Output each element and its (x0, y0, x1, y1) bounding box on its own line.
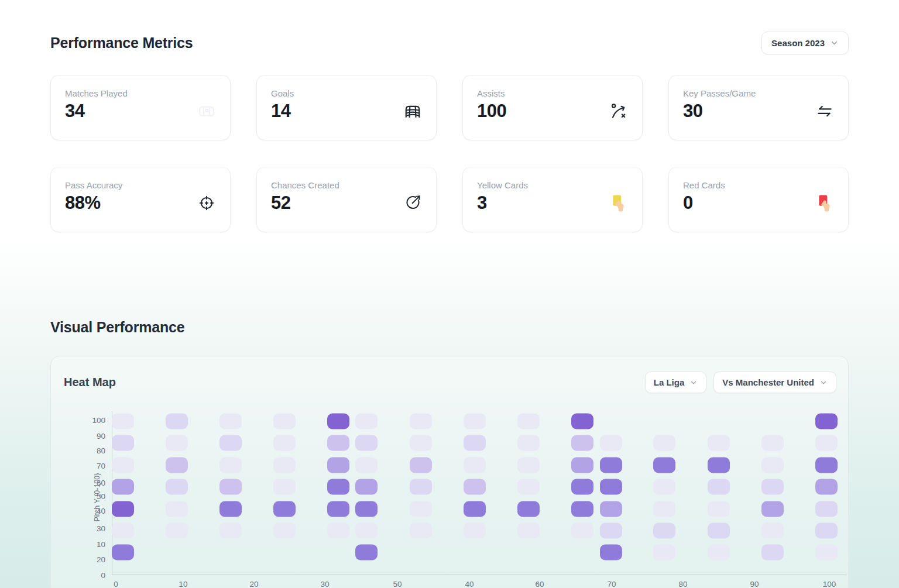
stadium-icon (197, 102, 216, 121)
heatmap-cell (600, 479, 622, 495)
metric-value: 30 (683, 101, 702, 122)
heatmap-cell (761, 435, 784, 451)
season-selector[interactable]: Season 2023 (761, 32, 849, 54)
heatmap-cell (355, 435, 378, 451)
heatmap-cell (327, 458, 349, 473)
heatmap-cell (219, 458, 242, 473)
heatmap-plot: Pitch Y (0-100) 100908070605040301020001… (112, 411, 847, 575)
heatmap-cell (464, 523, 486, 539)
page-title: Performance Metrics (50, 35, 193, 51)
league-filter[interactable]: La Liga (645, 372, 707, 393)
x-tick-label: 10 (179, 580, 187, 588)
heatmap-cell (273, 414, 296, 429)
heatmap-cell (464, 414, 486, 429)
heatmap-cell (571, 458, 593, 473)
heatmap-cell (653, 545, 675, 561)
heatmap-cell (355, 501, 378, 517)
tactics-icon (609, 102, 628, 121)
heatmap-cell (464, 501, 486, 517)
heatmap-cell (355, 414, 378, 429)
heatmap-cell (355, 458, 378, 473)
metric-value: 88% (65, 192, 101, 214)
metric-value: 0 (683, 192, 693, 214)
heatmap-cell (355, 523, 378, 539)
heatmap-cell (815, 479, 838, 495)
heatmap-cell (600, 435, 622, 451)
heatmap-cell (653, 458, 675, 473)
heatmap-cell (112, 545, 134, 561)
heatmap-cell (327, 501, 349, 517)
heatmap-cell (166, 501, 188, 517)
metric-card-chances-created: Chances Created 52 (256, 167, 437, 232)
metric-card-goals: Goals 14 (256, 75, 437, 140)
heatmap-cell (273, 479, 296, 495)
section-heading: Visual Performance (50, 319, 849, 336)
heatmap-cell (166, 479, 188, 495)
metric-card-matches-played: Matches Played 34 (50, 75, 231, 140)
heatmap-cell (600, 545, 622, 561)
x-tick-label: 20 (249, 580, 258, 588)
heatmap-cell (464, 435, 486, 451)
heatmap-cell (410, 458, 432, 473)
heatmap-cell (410, 479, 432, 495)
target-arrow-icon (403, 194, 422, 212)
heatmap-card: Heat Map La Liga Vs Manchester United Pi… (50, 356, 849, 588)
heatmap-cell (571, 479, 593, 495)
metric-card-key-passes: Key Passes/Game 30 (668, 75, 849, 140)
heatmap-cell (273, 501, 296, 517)
heatmap-cell (815, 458, 838, 473)
season-selector-label: Season 2023 (771, 38, 825, 48)
heatmap-cell (761, 501, 784, 517)
heatmap-cell (815, 523, 838, 539)
metric-label: Key Passes/Game (683, 88, 834, 98)
heatmap-cell (761, 545, 784, 561)
metric-label: Matches Played (65, 88, 216, 98)
heatmap-cell (410, 414, 432, 429)
heatmap-cell (219, 435, 242, 451)
opponent-filter[interactable]: Vs Manchester United (713, 372, 836, 393)
heatmap-cell (327, 414, 349, 429)
heatmap-cell (273, 435, 296, 451)
heatmap-cell (219, 479, 242, 495)
y-tick-label: 10 (97, 540, 105, 549)
metric-value: 14 (271, 101, 290, 122)
heatmap-cell (708, 523, 730, 539)
heatmap-cell (166, 458, 188, 473)
heatmap-cell (112, 435, 134, 451)
red-card-icon (815, 194, 834, 212)
x-tick-label: 80 (678, 580, 687, 588)
y-tick-label: 60 (97, 479, 105, 487)
metric-label: Pass Accuracy (65, 180, 216, 190)
heatmap-cell (761, 523, 784, 539)
y-tick-label: 90 (97, 432, 105, 441)
dashboard: Performance Metrics Season 2023 Matches … (0, 0, 899, 588)
heatmap-cell (653, 523, 675, 539)
heatmap-cell (815, 435, 838, 451)
x-tick-label: 100 (823, 580, 836, 588)
heatmap-cell (112, 458, 134, 473)
x-tick-label: 0 (114, 580, 118, 588)
heatmap-cell (571, 414, 593, 429)
yellow-card-icon (609, 194, 628, 212)
heatmap-cell (273, 523, 296, 539)
heatmap-cell (166, 523, 188, 539)
heatmap-cell (327, 523, 349, 539)
heatmap-cell (815, 545, 838, 561)
y-tick-label: 50 (97, 492, 105, 501)
y-tick-label: 20 (97, 555, 105, 564)
heatmap-cell (600, 501, 622, 517)
heatmap-cell (708, 458, 730, 473)
chevron-down-icon (830, 39, 839, 47)
heatmap-cell (653, 501, 675, 517)
heatmap-cell (464, 479, 486, 495)
x-tick-label: 90 (750, 580, 759, 588)
heatmap-cell (571, 501, 593, 517)
heatmap-filters: La Liga Vs Manchester United (645, 372, 836, 393)
heatmap-cell (273, 458, 296, 473)
heatmap-cell (327, 479, 349, 495)
heatmap-cell (327, 435, 349, 451)
x-tick-label: 70 (607, 580, 616, 588)
heatmap-cell (600, 458, 622, 473)
swap-arrows-icon (815, 102, 834, 121)
heatmap-cell (571, 435, 593, 451)
